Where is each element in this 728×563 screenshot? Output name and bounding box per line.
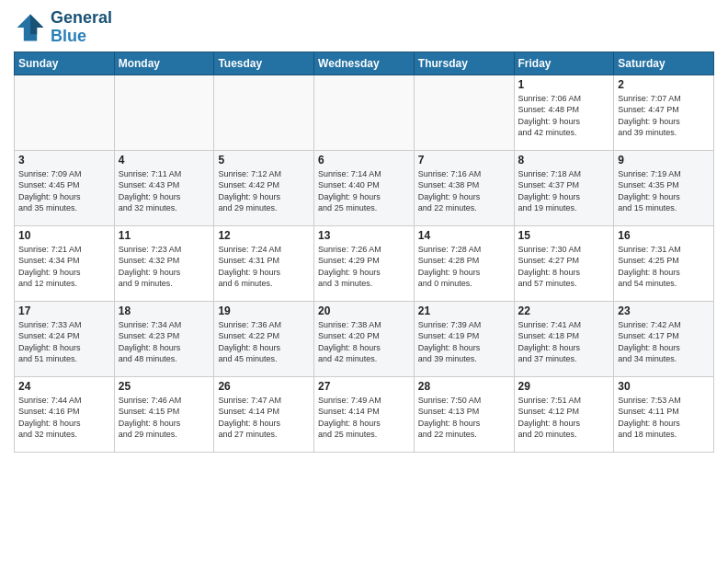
day-info: Sunrise: 7:07 AM Sunset: 4:47 PM Dayligh… — [618, 93, 710, 139]
calendar-cell: 14Sunrise: 7:28 AM Sunset: 4:28 PM Dayli… — [414, 225, 514, 301]
logo-icon — [14, 11, 47, 44]
weekday-header: Tuesday — [214, 52, 314, 75]
day-number: 6 — [318, 154, 410, 167]
calendar-cell: 30Sunrise: 7:53 AM Sunset: 4:11 PM Dayli… — [614, 376, 714, 452]
day-number: 26 — [218, 380, 310, 393]
day-number: 22 — [518, 304, 610, 317]
day-info: Sunrise: 7:33 AM Sunset: 4:24 PM Dayligh… — [18, 319, 110, 365]
day-number: 28 — [418, 380, 510, 393]
calendar-week-row: 17Sunrise: 7:33 AM Sunset: 4:24 PM Dayli… — [15, 301, 714, 376]
calendar-week-row: 10Sunrise: 7:21 AM Sunset: 4:34 PM Dayli… — [15, 225, 714, 301]
day-number: 7 — [418, 154, 510, 167]
day-number: 23 — [618, 304, 710, 317]
calendar-cell: 7Sunrise: 7:16 AM Sunset: 4:38 PM Daylig… — [414, 150, 514, 225]
calendar-week-row: 3Sunrise: 7:09 AM Sunset: 4:45 PM Daylig… — [15, 150, 714, 225]
calendar-cell: 23Sunrise: 7:42 AM Sunset: 4:17 PM Dayli… — [614, 301, 714, 376]
day-number: 14 — [418, 229, 510, 242]
day-number: 29 — [518, 380, 610, 393]
day-info: Sunrise: 7:28 AM Sunset: 4:28 PM Dayligh… — [418, 244, 510, 290]
calendar-cell: 4Sunrise: 7:11 AM Sunset: 4:43 PM Daylig… — [114, 150, 214, 225]
day-info: Sunrise: 7:34 AM Sunset: 4:23 PM Dayligh… — [119, 319, 210, 365]
calendar-cell: 25Sunrise: 7:46 AM Sunset: 4:15 PM Dayli… — [114, 376, 214, 452]
day-info: Sunrise: 7:12 AM Sunset: 4:42 PM Dayligh… — [218, 168, 310, 214]
day-number: 1 — [518, 78, 610, 91]
day-info: Sunrise: 7:51 AM Sunset: 4:12 PM Dayligh… — [518, 395, 610, 441]
calendar-cell: 18Sunrise: 7:34 AM Sunset: 4:23 PM Dayli… — [114, 301, 214, 376]
calendar-cell: 26Sunrise: 7:47 AM Sunset: 4:14 PM Dayli… — [214, 376, 314, 452]
day-info: Sunrise: 7:31 AM Sunset: 4:25 PM Dayligh… — [618, 244, 710, 290]
calendar-cell: 5Sunrise: 7:12 AM Sunset: 4:42 PM Daylig… — [214, 150, 314, 225]
calendar-cell: 27Sunrise: 7:49 AM Sunset: 4:14 PM Dayli… — [314, 376, 415, 452]
day-number: 15 — [518, 229, 610, 242]
day-number: 3 — [18, 154, 110, 167]
day-info: Sunrise: 7:53 AM Sunset: 4:11 PM Dayligh… — [618, 395, 710, 441]
calendar-cell: 11Sunrise: 7:23 AM Sunset: 4:32 PM Dayli… — [114, 225, 214, 301]
calendar-cell: 2Sunrise: 7:07 AM Sunset: 4:47 PM Daylig… — [614, 75, 714, 150]
calendar-week-row: 1Sunrise: 7:06 AM Sunset: 4:48 PM Daylig… — [15, 75, 714, 150]
day-number: 8 — [518, 154, 610, 167]
calendar-header-row: SundayMondayTuesdayWednesdayThursdayFrid… — [15, 52, 714, 75]
day-info: Sunrise: 7:18 AM Sunset: 4:37 PM Dayligh… — [518, 168, 610, 214]
day-number: 27 — [318, 380, 410, 393]
calendar-cell: 3Sunrise: 7:09 AM Sunset: 4:45 PM Daylig… — [15, 150, 115, 225]
day-number: 16 — [618, 229, 710, 242]
day-info: Sunrise: 7:49 AM Sunset: 4:14 PM Dayligh… — [318, 395, 410, 441]
logo: General Blue — [14, 9, 112, 46]
day-info: Sunrise: 7:06 AM Sunset: 4:48 PM Dayligh… — [518, 93, 610, 139]
day-info: Sunrise: 7:38 AM Sunset: 4:20 PM Dayligh… — [318, 319, 410, 365]
day-info: Sunrise: 7:19 AM Sunset: 4:35 PM Dayligh… — [618, 168, 710, 214]
day-info: Sunrise: 7:09 AM Sunset: 4:45 PM Dayligh… — [18, 168, 110, 214]
svg-marker-1 — [30, 14, 43, 34]
calendar-cell: 21Sunrise: 7:39 AM Sunset: 4:19 PM Dayli… — [414, 301, 514, 376]
day-number: 20 — [318, 304, 410, 317]
calendar-cell: 20Sunrise: 7:38 AM Sunset: 4:20 PM Dayli… — [314, 301, 415, 376]
day-info: Sunrise: 7:21 AM Sunset: 4:34 PM Dayligh… — [18, 244, 110, 290]
calendar-cell: 9Sunrise: 7:19 AM Sunset: 4:35 PM Daylig… — [614, 150, 714, 225]
calendar-cell: 12Sunrise: 7:24 AM Sunset: 4:31 PM Dayli… — [214, 225, 314, 301]
day-number: 17 — [18, 304, 110, 317]
day-info: Sunrise: 7:16 AM Sunset: 4:38 PM Dayligh… — [418, 168, 510, 214]
calendar-cell — [214, 75, 314, 150]
day-number: 18 — [119, 304, 210, 317]
day-info: Sunrise: 7:44 AM Sunset: 4:16 PM Dayligh… — [18, 395, 110, 441]
day-info: Sunrise: 7:23 AM Sunset: 4:32 PM Dayligh… — [119, 244, 210, 290]
calendar-table: SundayMondayTuesdayWednesdayThursdayFrid… — [14, 52, 714, 453]
page: General Blue SundayMondayTuesdayWednesda… — [0, 0, 728, 563]
calendar-cell: 1Sunrise: 7:06 AM Sunset: 4:48 PM Daylig… — [514, 75, 614, 150]
calendar-cell: 24Sunrise: 7:44 AM Sunset: 4:16 PM Dayli… — [15, 376, 115, 452]
day-number: 13 — [318, 229, 410, 242]
day-number: 2 — [618, 78, 710, 91]
day-number: 11 — [119, 229, 210, 242]
weekday-header: Thursday — [414, 52, 514, 75]
day-number: 21 — [418, 304, 510, 317]
calendar-cell: 29Sunrise: 7:51 AM Sunset: 4:12 PM Dayli… — [514, 376, 614, 452]
calendar-cell — [414, 75, 514, 150]
weekday-header: Wednesday — [314, 52, 415, 75]
day-info: Sunrise: 7:50 AM Sunset: 4:13 PM Dayligh… — [418, 395, 510, 441]
calendar-cell: 15Sunrise: 7:30 AM Sunset: 4:27 PM Dayli… — [514, 225, 614, 301]
day-info: Sunrise: 7:41 AM Sunset: 4:18 PM Dayligh… — [518, 319, 610, 365]
day-number: 9 — [618, 154, 710, 167]
calendar-cell — [314, 75, 415, 150]
header: General Blue — [14, 9, 714, 46]
calendar-cell: 8Sunrise: 7:18 AM Sunset: 4:37 PM Daylig… — [514, 150, 614, 225]
calendar-cell: 6Sunrise: 7:14 AM Sunset: 4:40 PM Daylig… — [314, 150, 415, 225]
day-info: Sunrise: 7:11 AM Sunset: 4:43 PM Dayligh… — [119, 168, 210, 214]
day-number: 25 — [119, 380, 210, 393]
day-info: Sunrise: 7:14 AM Sunset: 4:40 PM Dayligh… — [318, 168, 410, 214]
day-number: 5 — [218, 154, 310, 167]
weekday-header: Friday — [514, 52, 614, 75]
calendar-cell: 22Sunrise: 7:41 AM Sunset: 4:18 PM Dayli… — [514, 301, 614, 376]
calendar-cell: 16Sunrise: 7:31 AM Sunset: 4:25 PM Dayli… — [614, 225, 714, 301]
calendar-cell: 10Sunrise: 7:21 AM Sunset: 4:34 PM Dayli… — [15, 225, 115, 301]
calendar-cell — [114, 75, 214, 150]
calendar-cell: 19Sunrise: 7:36 AM Sunset: 4:22 PM Dayli… — [214, 301, 314, 376]
day-number: 10 — [18, 229, 110, 242]
day-number: 19 — [218, 304, 310, 317]
day-info: Sunrise: 7:42 AM Sunset: 4:17 PM Dayligh… — [618, 319, 710, 365]
day-info: Sunrise: 7:24 AM Sunset: 4:31 PM Dayligh… — [218, 244, 310, 290]
calendar-cell — [15, 75, 115, 150]
weekday-header: Sunday — [15, 52, 115, 75]
day-number: 24 — [18, 380, 110, 393]
day-info: Sunrise: 7:47 AM Sunset: 4:14 PM Dayligh… — [218, 395, 310, 441]
